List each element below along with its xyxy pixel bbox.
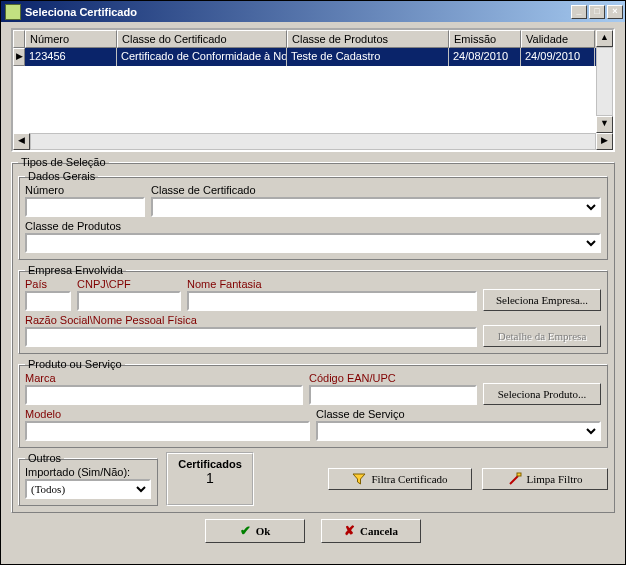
ok-button[interactable]: ✔ Ok (205, 519, 305, 543)
maximize-button[interactable]: □ (589, 5, 605, 19)
certificados-counter: Certificados 1 (166, 452, 254, 506)
grid-row-marker: ▶ (13, 48, 25, 66)
produto-group: Produto ou Serviço Marca Código EAN/UPC … (18, 358, 608, 448)
cancel-button[interactable]: ✘ Cancela (321, 519, 421, 543)
grid-header-validade[interactable]: Validade (521, 30, 595, 48)
cell-classe-prod: Teste de Cadastro (287, 48, 449, 66)
detalhe-empresa-button[interactable]: Detalhe da Empresa (483, 325, 601, 347)
minimize-button[interactable]: _ (571, 5, 587, 19)
cnpj-label: CNPJ\CPF (77, 278, 181, 290)
scroll-left-icon[interactable]: ◀ (13, 133, 30, 150)
nome-fantasia-input[interactable] (187, 291, 477, 311)
importado-label: Importado (Sim/Não): (25, 466, 151, 478)
scroll-up-icon[interactable]: ▲ (596, 30, 613, 47)
clear-filter-icon (508, 472, 522, 486)
classe-prod-select[interactable] (25, 233, 601, 253)
filter-icon (352, 472, 366, 486)
numero-label: Número (25, 184, 145, 196)
table-row[interactable]: ▶ 123456 Certificado de Conformidade à N… (13, 48, 613, 66)
codigo-input[interactable] (309, 385, 477, 405)
classe-cert-select[interactable] (151, 197, 601, 217)
cell-validade: 24/09/2010 (521, 48, 595, 66)
limpa-filtro-button[interactable]: Limpa Filtro (482, 468, 608, 490)
modelo-label: Modelo (25, 408, 310, 420)
titlebar: Seleciona Certificado _ □ × (1, 1, 625, 22)
tipos-selecao-legend: Tipos de Seleção (18, 156, 109, 168)
razao-label: Razão Social\Nome Pessoal Física (25, 314, 477, 326)
scroll-track-h[interactable] (30, 133, 596, 150)
tipos-selecao-group: Tipos de Seleção Dados Gerais Número Cla… (11, 156, 615, 513)
razao-input[interactable] (25, 327, 477, 347)
grid-row-marker-header (13, 30, 25, 48)
outros-group: Outros Importado (Sim/Não): (Todos) (18, 452, 158, 506)
window-title: Seleciona Certificado (25, 6, 571, 18)
pais-label: País (25, 278, 71, 290)
outros-legend: Outros (25, 452, 64, 464)
numero-input[interactable] (25, 197, 145, 217)
counter-label: Certificados (176, 458, 244, 470)
window: Seleciona Certificado _ □ × Número Class… (0, 0, 626, 565)
cell-emissao: 24/08/2010 (449, 48, 521, 66)
nome-fantasia-label: Nome Fantasia (187, 278, 477, 290)
scroll-right-icon[interactable]: ▶ (596, 133, 613, 150)
close-button[interactable]: × (607, 5, 623, 19)
check-icon: ✔ (240, 523, 251, 539)
codigo-label: Código EAN/UPC (309, 372, 477, 384)
seleciona-produto-button[interactable]: Seleciona Produto... (483, 383, 601, 405)
classe-serv-label: Classe de Serviço (316, 408, 601, 420)
cnpj-input[interactable] (77, 291, 181, 311)
marca-label: Marca (25, 372, 303, 384)
pais-input[interactable] (25, 291, 71, 311)
svg-rect-0 (517, 473, 521, 476)
classe-cert-label: Classe de Certificado (151, 184, 601, 196)
app-icon (5, 4, 21, 20)
modelo-input[interactable] (25, 421, 310, 441)
produto-legend: Produto ou Serviço (25, 358, 125, 370)
dados-gerais-legend: Dados Gerais (25, 170, 98, 182)
marca-input[interactable] (25, 385, 303, 405)
classe-serv-select[interactable] (316, 421, 601, 441)
importado-select[interactable]: (Todos) (25, 479, 151, 499)
scroll-down-icon[interactable]: ▼ (596, 116, 613, 133)
filtra-certificado-button[interactable]: Filtra Certificado (328, 468, 472, 490)
classe-prod-label: Classe de Produtos (25, 220, 601, 232)
seleciona-empresa-button[interactable]: Seleciona Empresa... (483, 289, 601, 311)
empresa-group: Empresa Envolvida País CNPJ\CPF Nome Fan… (18, 264, 608, 354)
counter-value: 1 (176, 470, 244, 486)
grid-header-classe-prod[interactable]: Classe de Produtos (287, 30, 449, 48)
empresa-legend: Empresa Envolvida (25, 264, 126, 276)
cross-icon: ✘ (344, 523, 355, 539)
cell-numero: 123456 (25, 48, 117, 66)
dados-gerais-group: Dados Gerais Número Classe de Certificad… (18, 170, 608, 260)
cell-classe-cert: Certificado de Conformidade à Norm (117, 48, 287, 66)
grid-header-emissao[interactable]: Emissão (449, 30, 521, 48)
grid-header-numero[interactable]: Número (25, 30, 117, 48)
scroll-track[interactable] (596, 47, 613, 116)
window-controls: _ □ × (571, 5, 623, 19)
grid-header-classe-cert[interactable]: Classe do Certificado (117, 30, 287, 48)
grid-vertical-scrollbar[interactable]: ▲ ▼ (596, 30, 613, 133)
certificate-grid[interactable]: Número Classe do Certificado Classe de P… (11, 28, 615, 152)
grid-horizontal-scrollbar[interactable]: ◀ ▶ (13, 133, 613, 150)
